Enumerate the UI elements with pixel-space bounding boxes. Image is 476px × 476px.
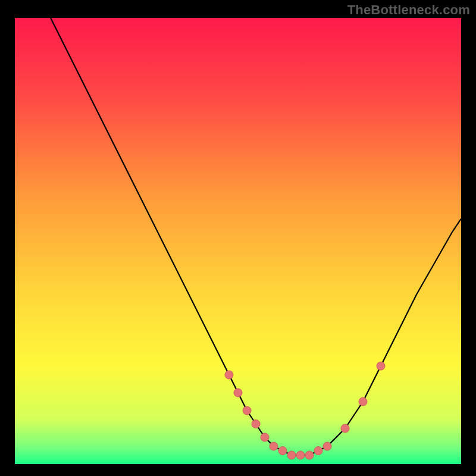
watermark-text: TheBottleneck.com (347, 2, 470, 18)
background-gradient (15, 18, 461, 464)
svg-rect-0 (15, 18, 461, 464)
plot-area (15, 18, 461, 464)
chart-frame: TheBottleneck.com (0, 0, 476, 476)
